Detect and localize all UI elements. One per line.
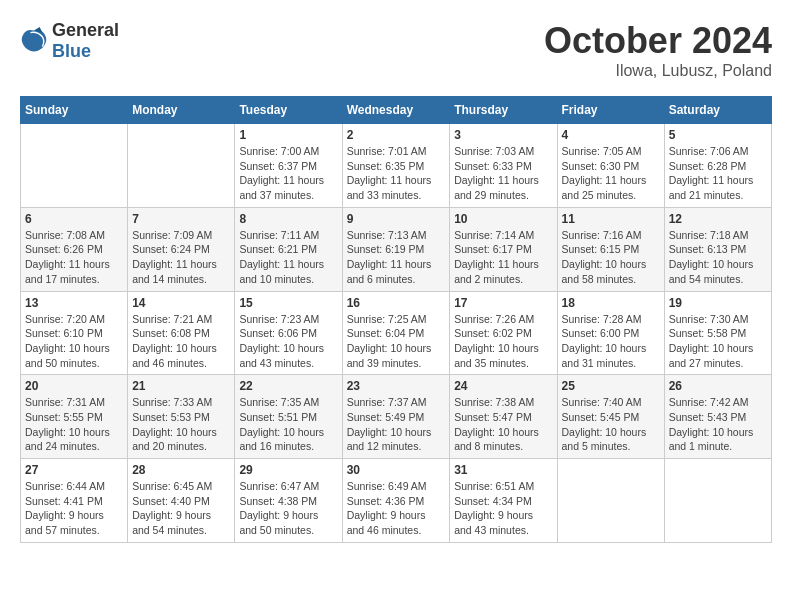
day-detail: Sunrise: 7:09 AM Sunset: 6:24 PM Dayligh… [132, 228, 230, 287]
day-detail: Sunrise: 7:01 AM Sunset: 6:35 PM Dayligh… [347, 144, 446, 203]
week-row-5: 27Sunrise: 6:44 AM Sunset: 4:41 PM Dayli… [21, 459, 772, 543]
day-number: 13 [25, 296, 123, 310]
table-cell: 16Sunrise: 7:25 AM Sunset: 6:04 PM Dayli… [342, 291, 450, 375]
table-cell: 10Sunrise: 7:14 AM Sunset: 6:17 PM Dayli… [450, 207, 557, 291]
day-number: 5 [669, 128, 767, 142]
table-cell: 21Sunrise: 7:33 AM Sunset: 5:53 PM Dayli… [128, 375, 235, 459]
table-cell: 23Sunrise: 7:37 AM Sunset: 5:49 PM Dayli… [342, 375, 450, 459]
table-cell: 5Sunrise: 7:06 AM Sunset: 6:28 PM Daylig… [664, 124, 771, 208]
day-detail: Sunrise: 7:21 AM Sunset: 6:08 PM Dayligh… [132, 312, 230, 371]
table-cell: 30Sunrise: 6:49 AM Sunset: 4:36 PM Dayli… [342, 459, 450, 543]
day-detail: Sunrise: 7:05 AM Sunset: 6:30 PM Dayligh… [562, 144, 660, 203]
week-row-2: 6Sunrise: 7:08 AM Sunset: 6:26 PM Daylig… [21, 207, 772, 291]
day-detail: Sunrise: 7:11 AM Sunset: 6:21 PM Dayligh… [239, 228, 337, 287]
table-cell: 28Sunrise: 6:45 AM Sunset: 4:40 PM Dayli… [128, 459, 235, 543]
day-detail: Sunrise: 6:49 AM Sunset: 4:36 PM Dayligh… [347, 479, 446, 538]
day-number: 15 [239, 296, 337, 310]
table-cell: 20Sunrise: 7:31 AM Sunset: 5:55 PM Dayli… [21, 375, 128, 459]
calendar-table: Sunday Monday Tuesday Wednesday Thursday… [20, 96, 772, 543]
day-detail: Sunrise: 7:28 AM Sunset: 6:00 PM Dayligh… [562, 312, 660, 371]
day-number: 29 [239, 463, 337, 477]
day-detail: Sunrise: 7:25 AM Sunset: 6:04 PM Dayligh… [347, 312, 446, 371]
table-cell: 6Sunrise: 7:08 AM Sunset: 6:26 PM Daylig… [21, 207, 128, 291]
day-detail: Sunrise: 7:13 AM Sunset: 6:19 PM Dayligh… [347, 228, 446, 287]
day-number: 25 [562, 379, 660, 393]
table-cell: 26Sunrise: 7:42 AM Sunset: 5:43 PM Dayli… [664, 375, 771, 459]
table-cell [664, 459, 771, 543]
day-number: 7 [132, 212, 230, 226]
day-detail: Sunrise: 7:42 AM Sunset: 5:43 PM Dayligh… [669, 395, 767, 454]
table-cell: 13Sunrise: 7:20 AM Sunset: 6:10 PM Dayli… [21, 291, 128, 375]
day-detail: Sunrise: 7:23 AM Sunset: 6:06 PM Dayligh… [239, 312, 337, 371]
day-detail: Sunrise: 7:18 AM Sunset: 6:13 PM Dayligh… [669, 228, 767, 287]
day-number: 3 [454, 128, 552, 142]
day-detail: Sunrise: 7:37 AM Sunset: 5:49 PM Dayligh… [347, 395, 446, 454]
day-number: 23 [347, 379, 446, 393]
day-number: 31 [454, 463, 552, 477]
table-cell: 18Sunrise: 7:28 AM Sunset: 6:00 PM Dayli… [557, 291, 664, 375]
day-number: 8 [239, 212, 337, 226]
day-number: 1 [239, 128, 337, 142]
table-cell: 3Sunrise: 7:03 AM Sunset: 6:33 PM Daylig… [450, 124, 557, 208]
table-cell: 17Sunrise: 7:26 AM Sunset: 6:02 PM Dayli… [450, 291, 557, 375]
day-number: 18 [562, 296, 660, 310]
table-cell: 4Sunrise: 7:05 AM Sunset: 6:30 PM Daylig… [557, 124, 664, 208]
header-saturday: Saturday [664, 97, 771, 124]
table-cell: 14Sunrise: 7:21 AM Sunset: 6:08 PM Dayli… [128, 291, 235, 375]
logo: General Blue [20, 20, 119, 62]
day-detail: Sunrise: 7:14 AM Sunset: 6:17 PM Dayligh… [454, 228, 552, 287]
day-detail: Sunrise: 6:44 AM Sunset: 4:41 PM Dayligh… [25, 479, 123, 538]
day-number: 12 [669, 212, 767, 226]
day-detail: Sunrise: 7:38 AM Sunset: 5:47 PM Dayligh… [454, 395, 552, 454]
table-cell [128, 124, 235, 208]
day-number: 16 [347, 296, 446, 310]
day-number: 21 [132, 379, 230, 393]
table-cell: 24Sunrise: 7:38 AM Sunset: 5:47 PM Dayli… [450, 375, 557, 459]
day-number: 28 [132, 463, 230, 477]
header-sunday: Sunday [21, 97, 128, 124]
table-cell: 7Sunrise: 7:09 AM Sunset: 6:24 PM Daylig… [128, 207, 235, 291]
table-cell: 11Sunrise: 7:16 AM Sunset: 6:15 PM Dayli… [557, 207, 664, 291]
table-cell: 1Sunrise: 7:00 AM Sunset: 6:37 PM Daylig… [235, 124, 342, 208]
header-friday: Friday [557, 97, 664, 124]
day-number: 17 [454, 296, 552, 310]
table-cell: 31Sunrise: 6:51 AM Sunset: 4:34 PM Dayli… [450, 459, 557, 543]
day-number: 27 [25, 463, 123, 477]
day-number: 10 [454, 212, 552, 226]
day-number: 4 [562, 128, 660, 142]
header-thursday: Thursday [450, 97, 557, 124]
day-number: 26 [669, 379, 767, 393]
page-header: General Blue October 2024 Ilowa, Lubusz,… [20, 20, 772, 80]
logo-icon [20, 27, 48, 55]
day-detail: Sunrise: 7:40 AM Sunset: 5:45 PM Dayligh… [562, 395, 660, 454]
day-detail: Sunrise: 6:45 AM Sunset: 4:40 PM Dayligh… [132, 479, 230, 538]
table-cell: 9Sunrise: 7:13 AM Sunset: 6:19 PM Daylig… [342, 207, 450, 291]
table-cell: 22Sunrise: 7:35 AM Sunset: 5:51 PM Dayli… [235, 375, 342, 459]
table-cell: 27Sunrise: 6:44 AM Sunset: 4:41 PM Dayli… [21, 459, 128, 543]
day-detail: Sunrise: 7:35 AM Sunset: 5:51 PM Dayligh… [239, 395, 337, 454]
day-number: 30 [347, 463, 446, 477]
day-number: 22 [239, 379, 337, 393]
day-number: 2 [347, 128, 446, 142]
week-row-1: 1Sunrise: 7:00 AM Sunset: 6:37 PM Daylig… [21, 124, 772, 208]
day-detail: Sunrise: 7:08 AM Sunset: 6:26 PM Dayligh… [25, 228, 123, 287]
day-number: 9 [347, 212, 446, 226]
header-tuesday: Tuesday [235, 97, 342, 124]
day-detail: Sunrise: 7:26 AM Sunset: 6:02 PM Dayligh… [454, 312, 552, 371]
day-number: 6 [25, 212, 123, 226]
week-row-4: 20Sunrise: 7:31 AM Sunset: 5:55 PM Dayli… [21, 375, 772, 459]
day-number: 19 [669, 296, 767, 310]
day-detail: Sunrise: 7:31 AM Sunset: 5:55 PM Dayligh… [25, 395, 123, 454]
header-monday: Monday [128, 97, 235, 124]
day-detail: Sunrise: 6:47 AM Sunset: 4:38 PM Dayligh… [239, 479, 337, 538]
title-block: October 2024 Ilowa, Lubusz, Poland [544, 20, 772, 80]
weekday-header-row: Sunday Monday Tuesday Wednesday Thursday… [21, 97, 772, 124]
table-cell: 25Sunrise: 7:40 AM Sunset: 5:45 PM Dayli… [557, 375, 664, 459]
logo-text: General Blue [52, 20, 119, 62]
month-title: October 2024 [544, 20, 772, 62]
day-detail: Sunrise: 7:30 AM Sunset: 5:58 PM Dayligh… [669, 312, 767, 371]
day-detail: Sunrise: 6:51 AM Sunset: 4:34 PM Dayligh… [454, 479, 552, 538]
week-row-3: 13Sunrise: 7:20 AM Sunset: 6:10 PM Dayli… [21, 291, 772, 375]
day-detail: Sunrise: 7:20 AM Sunset: 6:10 PM Dayligh… [25, 312, 123, 371]
day-detail: Sunrise: 7:06 AM Sunset: 6:28 PM Dayligh… [669, 144, 767, 203]
